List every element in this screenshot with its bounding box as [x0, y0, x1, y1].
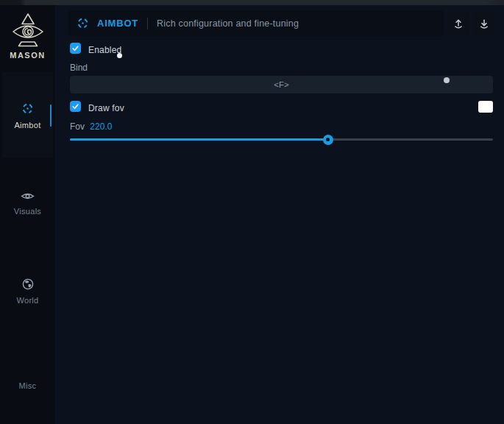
check-icon: [71, 44, 79, 52]
fov-slider[interactable]: [70, 138, 493, 141]
download-config-button[interactable]: [473, 12, 495, 35]
fov-label: Fov: [70, 121, 85, 132]
mason-eye-logo-icon: [0, 12, 55, 49]
window-top-strip: [0, 0, 504, 5]
bind-label: Bind: [70, 63, 88, 73]
sidebar-item-misc[interactable]: Misc: [0, 365, 55, 390]
download-icon: [478, 18, 490, 30]
fov-value: 220.0: [90, 121, 112, 132]
sidebar-item-aimbot[interactable]: Aimbot: [0, 102, 55, 130]
fov-slider-fill: [70, 138, 328, 141]
enabled-label: Enabled: [88, 45, 121, 55]
page-subtitle: Rich configuration and fine-tuning: [157, 18, 299, 29]
upload-icon: [452, 18, 464, 30]
header-divider: [147, 18, 148, 29]
sidebar-item-label: Misc: [0, 381, 55, 390]
upload-config-button[interactable]: [447, 12, 469, 35]
enabled-checkbox[interactable]: [70, 43, 81, 54]
logo-text: MASON: [0, 51, 55, 60]
crosshair-icon: [21, 102, 34, 115]
check-icon: [71, 102, 79, 110]
fov-value-row: Fov 220.0: [70, 121, 112, 132]
page-title: AIMBOT: [97, 18, 138, 29]
page-header: AIMBOT Rich configuration and fine-tunin…: [68, 10, 444, 36]
draw-fov-label: Draw fov: [88, 103, 124, 113]
fov-color-swatch[interactable]: [478, 101, 493, 113]
sidebar-item-visuals[interactable]: Visuals: [0, 191, 55, 216]
globe-icon: [22, 278, 34, 290]
draw-fov-checkbox[interactable]: [70, 101, 81, 112]
fov-slider-handle[interactable]: [323, 135, 333, 145]
sidebar-item-label: World: [0, 296, 55, 305]
sidebar-item-world[interactable]: World: [0, 278, 55, 305]
main-panel: [55, 5, 504, 424]
sidebar-item-label: Aimbot: [0, 121, 55, 130]
crosshair-icon: [77, 17, 89, 29]
bind-input[interactable]: [70, 76, 493, 93]
eye-icon: [21, 191, 35, 201]
sidebar-item-label: Visuals: [0, 207, 55, 216]
app-logo: MASON: [0, 12, 55, 60]
